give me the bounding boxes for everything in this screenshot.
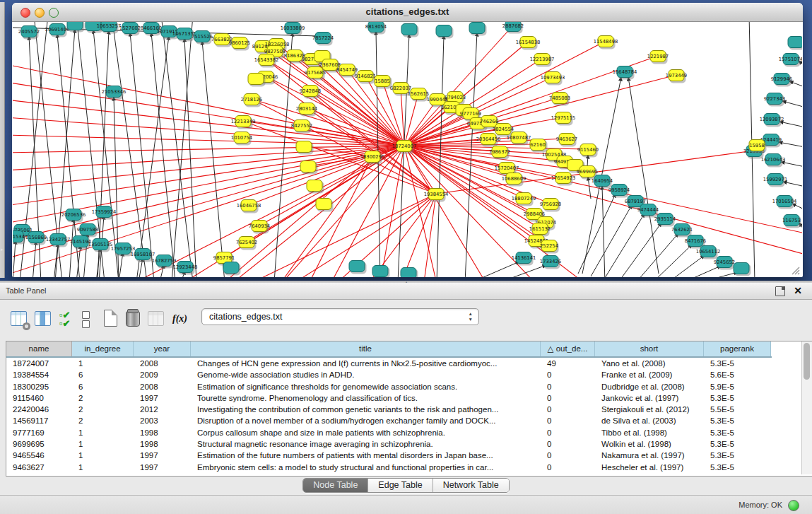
table-cell[interactable]: 1 — [72, 358, 134, 369]
graph-node[interactable]: 16210643 — [761, 154, 786, 168]
table-cell[interactable]: 9463627 — [6, 462, 72, 473]
graph-node[interactable]: 13505135 — [88, 239, 113, 252]
graph-edge[interactable] — [225, 156, 372, 277]
table-cell[interactable]: 2008 — [134, 358, 191, 369]
graph-node[interactable] — [469, 23, 487, 36]
graph-node[interactable]: 9463627 — [556, 134, 577, 147]
table-row[interactable]: 1872400712008Changes of HCN gene express… — [6, 358, 772, 369]
table-cell[interactable]: Estimation of the future numbers of pati… — [191, 450, 541, 461]
column-header-in_degree[interactable]: in_degree — [72, 341, 134, 356]
window-resize-grip-icon[interactable] — [792, 267, 799, 274]
table-cell[interactable]: Embryonic stem cells: a model to study s… — [191, 462, 541, 473]
table-cell[interactable]: 2 — [72, 404, 134, 415]
graph-node[interactable]: 16154838 — [516, 37, 541, 50]
graph-node[interactable]: 16033809 — [281, 23, 305, 36]
table-cell[interactable]: Tibbo et al. (1998) — [595, 427, 704, 438]
graph-edge[interactable] — [591, 205, 632, 276]
table-cell[interactable]: 18724007 — [6, 358, 72, 369]
graph-node[interactable] — [300, 161, 318, 175]
graph-edge[interactable] — [605, 214, 645, 277]
graph-edge[interactable] — [783, 182, 802, 187]
table-cell[interactable]: 5.5E-5 — [704, 404, 771, 415]
graph-node[interactable]: 17654923 — [551, 173, 576, 186]
table-cell[interactable]: Franke et al. (2009) — [595, 369, 704, 380]
graph-edge[interactable] — [69, 218, 73, 277]
float-panel-icon[interactable] — [775, 286, 785, 296]
graph-node[interactable] — [223, 262, 241, 276]
graph-node[interactable]: 2803144 — [296, 103, 317, 117]
table-cell[interactable]: 5.3E-5 — [704, 438, 771, 450]
graph-edge[interactable] — [779, 122, 802, 128]
graph-node[interactable]: 16648784 — [613, 66, 637, 80]
table-cell[interactable]: 9115460 — [6, 392, 72, 404]
function-builder-button[interactable]: f(x) — [172, 310, 191, 328]
table-cell[interactable]: 2 — [72, 415, 134, 426]
row-height-button[interactable] — [82, 311, 100, 329]
tab-network-table[interactable]: Network Table — [433, 479, 509, 492]
delete-table-button[interactable] — [124, 310, 143, 328]
network-window-titlebar[interactable]: citations_edges.txt — [12, 3, 803, 22]
graph-edge[interactable] — [202, 41, 225, 277]
table-cell[interactable]: 1997 — [134, 450, 191, 461]
table-cell[interactable]: 0 — [541, 438, 595, 450]
graph-node[interactable]: 2718126 — [241, 94, 262, 107]
graph-node[interactable]: 15992971 — [763, 174, 788, 187]
graph-edge[interactable] — [782, 101, 802, 108]
scrollbar-thumb[interactable] — [804, 343, 810, 380]
graph-node[interactable] — [316, 199, 334, 212]
graph-node[interactable] — [248, 74, 266, 87]
graph-node[interactable] — [401, 268, 418, 278]
graph-node[interactable]: 8813054 — [365, 22, 387, 35]
table-cell[interactable]: 2012 — [134, 404, 191, 415]
graph-node[interactable]: 9227343 — [764, 93, 785, 107]
table-row[interactable]: 977716911998Corpus callosum shape and si… — [6, 427, 772, 438]
graph-edge[interactable] — [669, 255, 705, 277]
graph-node[interactable] — [307, 180, 324, 194]
table-cell[interactable]: Yano et al. (2008) — [595, 358, 704, 369]
table-cell[interactable]: 0 — [541, 415, 595, 426]
column-header-out_de[interactable]: △ out_de... — [541, 341, 595, 356]
select-all-columns-button[interactable]: ▫✔▫✔ — [59, 311, 78, 329]
graph-node[interactable]: 9097588 — [77, 224, 98, 238]
graph-edge[interactable] — [184, 38, 196, 277]
graph-node[interactable]: 1615132 — [529, 223, 551, 237]
table-cell[interactable]: 2009 — [134, 369, 191, 380]
table-cell[interactable]: 0 — [541, 450, 595, 461]
graph-edge[interactable] — [274, 33, 293, 277]
network-canvas[interactable]: 2405572206914061065325715276028466160107… — [13, 22, 802, 277]
graph-node[interactable]: 18807249 — [512, 193, 536, 206]
table-cell[interactable]: 22420046 — [6, 404, 72, 415]
graph-edge[interactable] — [33, 241, 36, 277]
graph-edge[interactable] — [781, 162, 802, 168]
graph-node[interactable]: 62160 — [530, 139, 548, 153]
graph-node[interactable] — [401, 24, 419, 37]
graph-node[interactable]: 1221987 — [647, 51, 669, 64]
graph-edge[interactable] — [404, 146, 540, 228]
graph-edge[interactable] — [404, 146, 802, 255]
graph-node[interactable] — [372, 266, 390, 278]
graph-node[interactable] — [349, 261, 367, 274]
table-cell[interactable]: 18300295 — [6, 381, 72, 392]
graph-edge[interactable] — [578, 194, 616, 274]
graph-node[interactable]: 9860125 — [229, 37, 250, 51]
graph-node[interactable]: 9242848 — [300, 86, 321, 99]
graph-node[interactable]: 12213349 — [231, 116, 256, 129]
table-cell[interactable]: 5.3E-5 — [704, 427, 771, 438]
table-cell[interactable]: 0 — [541, 462, 595, 473]
table-cell[interactable]: 49 — [541, 358, 595, 369]
column-header-short[interactable]: short — [595, 341, 704, 356]
column-header-year[interactable]: year — [134, 341, 191, 356]
table-scrollbar[interactable] — [801, 341, 812, 474]
table-row[interactable]: 969969511998Structural magnetic resonanc… — [6, 438, 772, 450]
close-panel-icon[interactable]: ✕ — [794, 285, 802, 296]
graph-node[interactable]: 20691406 — [45, 24, 70, 37]
graph-node[interactable] — [788, 37, 802, 50]
create-table-button[interactable] — [102, 310, 120, 328]
table-cell[interactable]: 19384554 — [6, 369, 72, 380]
network-graph[interactable]: 2405572206914061065325715276028466160107… — [13, 22, 802, 277]
column-header-title[interactable]: title — [191, 341, 541, 356]
table-cell[interactable]: Corpus callosum shape and size in male p… — [191, 427, 541, 438]
table-cell[interactable]: 14569117 — [6, 415, 72, 426]
table-selector-dropdown[interactable]: citations_edges.txt ▲▼ — [201, 308, 479, 325]
graph-node[interactable]: 12923448 — [173, 262, 198, 275]
